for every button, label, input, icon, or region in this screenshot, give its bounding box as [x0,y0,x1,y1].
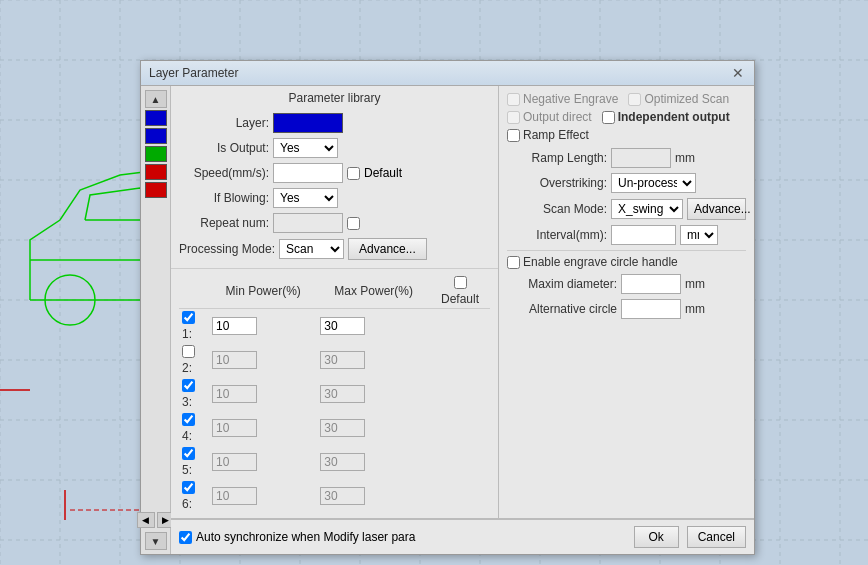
enable-engrave-label: Enable engrave circle handle [523,255,678,269]
power-default-checkbox[interactable] [454,276,467,289]
ramp-length-label: Ramp Length: [507,151,607,165]
optimized-scan-checkbox[interactable] [628,93,641,106]
processing-mode-select[interactable]: Scan Cut Engrave [279,239,344,259]
sidebar-down-arrow[interactable]: ▼ [145,532,167,550]
engrave-section: Enable engrave circle handle Maxim diame… [507,255,746,319]
nav-left-button[interactable]: ◀ [137,512,155,528]
overstriking-select[interactable]: Un-process Process [611,173,696,193]
table-row: 4: [179,411,490,445]
is-output-row: Is Output: Yes No [179,138,490,158]
row1-min[interactable] [212,317,257,335]
blowing-row: If Blowing: Yes No [179,188,490,208]
advance-button-top[interactable]: Advance... [348,238,427,260]
row5-min[interactable] [212,453,257,471]
bottom-bar: Auto synchronize when Modify laser para … [171,519,754,554]
ramp-length-input[interactable]: 0 [611,148,671,168]
alt-circle-row: Alternative circle 0.100 mm [507,299,746,319]
dialog-close-button[interactable]: ✕ [730,66,746,80]
output-direct-checkbox[interactable] [507,111,520,124]
row3-min[interactable] [212,385,257,403]
ramp-effect-checkbox[interactable] [507,129,520,142]
row2-min[interactable] [212,351,257,369]
bottom-buttons: Ok Cancel [634,526,746,548]
repeat-label: Repeat num: [179,216,269,230]
independent-output-checkbox[interactable] [602,111,615,124]
table-row: 6: [179,479,490,513]
speed-default-checkbox[interactable] [347,167,360,180]
output-direct-label: Output direct [523,110,592,124]
layer-color-red[interactable] [145,164,167,180]
ok-button[interactable]: Ok [634,526,679,548]
row4-max[interactable] [320,419,365,437]
independent-output-option[interactable]: Independent output [602,110,730,124]
speed-input[interactable]: 500 [273,163,343,183]
auto-sync-label: Auto synchronize when Modify laser para [196,530,415,544]
cancel-button[interactable]: Cancel [687,526,746,548]
interval-label: Interval(mm): [507,228,607,242]
row1-max[interactable] [320,317,365,335]
layer-sidebar: ▲ ◀ ▶ ▼ [141,86,171,554]
auto-sync-checkbox[interactable] [179,531,192,544]
auto-sync-row: Auto synchronize when Modify laser para [179,530,626,544]
row1-checkbox[interactable] [182,311,195,324]
table-row: 3: [179,377,490,411]
dialog-titlebar[interactable]: Layer Parameter ✕ [141,61,754,86]
row3-checkbox[interactable] [182,379,195,392]
blowing-select[interactable]: Yes No [273,188,338,208]
advance-button-right[interactable]: Advance... [687,198,746,220]
processing-mode-row: Processing Mode: Scan Cut Engrave Advanc… [179,238,490,260]
row4-min[interactable] [212,419,257,437]
processing-mode-label: Processing Mode: [179,242,275,256]
layer-color-picker[interactable] [273,113,343,133]
interval-input[interactable]: 0.1000 [611,225,676,245]
row4-checkbox[interactable] [182,413,195,426]
row3-max[interactable] [320,385,365,403]
blowing-label: If Blowing: [179,191,269,205]
ramp-effect-label: Ramp Effect [523,128,589,142]
repeat-checkbox[interactable] [347,217,360,230]
is-output-label: Is Output: [179,141,269,155]
is-output-select[interactable]: Yes No [273,138,338,158]
main-content: Parameter library Layer: Is Output: Yes … [171,86,754,554]
row5-max[interactable] [320,453,365,471]
ramp-effect-option[interactable]: Ramp Effect [507,128,746,142]
row6-checkbox[interactable] [182,481,195,494]
maxim-diameter-input[interactable]: 0.100 [621,274,681,294]
sidebar-up-arrow[interactable]: ▲ [145,90,167,108]
layer-color-green[interactable] [145,146,167,162]
divider [507,250,746,251]
power-table: Min Power(%) Max Power(%) Default [179,274,490,513]
row2-checkbox[interactable] [182,345,195,358]
alt-unit: mm [685,302,705,316]
layer-color-blue2[interactable] [145,128,167,144]
min-power-header: Min Power(%) [209,274,317,309]
optimized-scan-option[interactable]: Optimized Scan [628,92,729,106]
layer-color-red2[interactable] [145,182,167,198]
layer-label: Layer: [179,116,269,130]
negative-engrave-checkbox[interactable] [507,93,520,106]
enable-engrave-checkbox[interactable] [507,256,520,269]
row6-min[interactable] [212,487,257,505]
maxim-diameter-label: Maxim diameter: [507,277,617,291]
output-direct-option[interactable]: Output direct [507,110,592,124]
param-library-header: Parameter library [179,91,490,105]
table-row: 1: [179,309,490,344]
ramp-length-row: Ramp Length: 0 mm [507,148,746,168]
power-default-label: Default [441,292,479,306]
right-panel: Negative Engrave Optimized Scan Output d… [499,86,754,518]
dialog-body: ▲ ◀ ▶ ▼ Parameter library [141,86,754,554]
row2-max[interactable] [320,351,365,369]
options-row1: Negative Engrave Optimized Scan [507,92,746,106]
scan-mode-select[interactable]: X_swing Y_swing [611,199,683,219]
speed-row: Speed(mm/s): 500 Default [179,163,490,183]
layer-color-blue[interactable] [145,110,167,126]
row6-max[interactable] [320,487,365,505]
ramp-unit: mm [675,151,695,165]
interval-unit-select[interactable]: mm inch [680,225,718,245]
alt-circle-input[interactable]: 0.100 [621,299,681,319]
enable-engrave-option[interactable]: Enable engrave circle handle [507,255,746,269]
row5-checkbox[interactable] [182,447,195,460]
negative-engrave-option[interactable]: Negative Engrave [507,92,618,106]
table-row: 5: [179,445,490,479]
repeat-input[interactable]: 1 [273,213,343,233]
